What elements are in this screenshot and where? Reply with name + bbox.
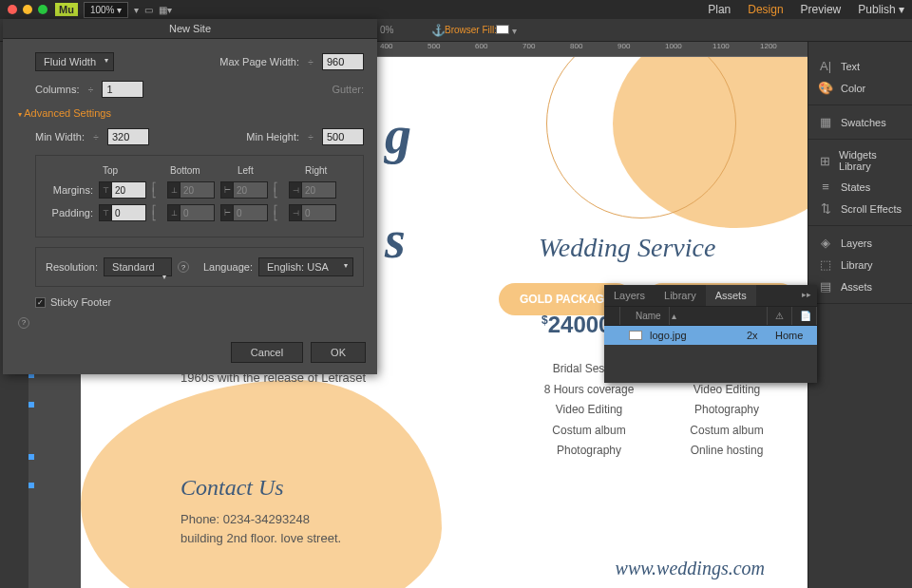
margin-top-input[interactable]: ⊤20 bbox=[99, 181, 146, 199]
margin-left-input[interactable]: ⊢20 bbox=[220, 181, 268, 199]
undo-dropdown-icon[interactable]: ▾ bbox=[134, 5, 139, 15]
tab-preview[interactable]: Preview bbox=[801, 3, 842, 16]
warning-column-icon: ⚠ bbox=[768, 307, 792, 325]
tab-library[interactable]: Library bbox=[655, 285, 706, 306]
margins-label: Margins: bbox=[46, 184, 93, 196]
padding-label: Padding: bbox=[46, 207, 93, 218]
language-label: Language: bbox=[203, 261, 253, 273]
advanced-settings-toggle[interactable]: Advanced Settings bbox=[18, 107, 364, 119]
tab-layers[interactable]: Layers bbox=[604, 285, 655, 306]
price-value: $24000 bbox=[542, 312, 611, 338]
min-height-input[interactable] bbox=[322, 128, 364, 145]
assets-panel[interactable]: Layers Library Assets ▸▸ Name ▴ ⚠ 📄 logo… bbox=[604, 285, 817, 383]
tab-design[interactable]: Design bbox=[748, 3, 783, 16]
layout-mode-select[interactable]: Fluid Width bbox=[35, 52, 114, 71]
minimize-icon[interactable] bbox=[23, 5, 32, 14]
section-heading: Wedding Service bbox=[539, 233, 715, 263]
margin-right-input[interactable]: ⊣20 bbox=[289, 181, 336, 199]
image-thumb-icon bbox=[629, 331, 642, 340]
tab-publish[interactable]: Publish ▾ bbox=[858, 3, 904, 16]
panel-widgets[interactable]: ⊞Widgets Library bbox=[808, 145, 912, 176]
min-height-label: Min Height: bbox=[246, 131, 299, 142]
link-icon[interactable]: ⎡⎣ bbox=[152, 207, 162, 219]
close-icon[interactable] bbox=[8, 5, 17, 14]
asset-page: Home bbox=[768, 326, 817, 345]
help-icon[interactable]: ? bbox=[178, 261, 189, 273]
padding-bottom-input[interactable]: ⊥0 bbox=[167, 204, 215, 221]
mode-tabs: Plan Design Preview Publish ▾ bbox=[708, 3, 904, 16]
guide-marker[interactable] bbox=[28, 483, 34, 488]
margins-box: TopBottomLeftRight Margins: ⊤20 ⎡⎣ ⊥20 ⊢… bbox=[35, 155, 364, 237]
panel-assets[interactable]: ▤Assets bbox=[808, 275, 912, 297]
layout-icon[interactable]: ▭ bbox=[144, 5, 153, 15]
padding-top-input[interactable]: ⊤0 bbox=[99, 204, 146, 221]
sticky-footer-checkbox[interactable]: ✓Sticky Footer bbox=[35, 296, 364, 308]
link-icon[interactable]: ⎡⎣ bbox=[274, 207, 283, 219]
contact-section: Contact Us Phone: 0234-34293248building … bbox=[180, 475, 341, 547]
min-width-label: Min Width: bbox=[35, 131, 85, 142]
tab-plan[interactable]: Plan bbox=[708, 3, 731, 16]
language-select[interactable]: English: USA bbox=[258, 257, 353, 276]
palette-icon: 🎨 bbox=[818, 81, 833, 95]
panel-states[interactable]: ≡States bbox=[808, 176, 912, 198]
states-icon: ≡ bbox=[818, 180, 833, 194]
website-url: www.weddings.com bbox=[616, 558, 765, 579]
app-logo: Mu bbox=[55, 3, 78, 16]
widgets-icon: ⊞ bbox=[818, 154, 831, 168]
assets-column-header[interactable]: Name ▴ ⚠ 📄 bbox=[604, 306, 817, 326]
heading-fragment: s bbox=[385, 209, 406, 270]
contact-details: Phone: 0234-34293248building 2nd floor. … bbox=[180, 510, 341, 547]
dialog-title: New Site bbox=[3, 19, 377, 39]
panel-swatches[interactable]: ▦Swatches bbox=[808, 111, 912, 133]
window-controls bbox=[8, 5, 48, 14]
browser-fill-swatch[interactable]: ▾ bbox=[492, 25, 517, 36]
link-icon[interactable]: ÷ bbox=[85, 85, 96, 95]
guide-marker[interactable] bbox=[28, 402, 34, 408]
gutter-label: Gutter: bbox=[332, 84, 364, 95]
ok-button[interactable]: OK bbox=[311, 342, 366, 363]
tool-dropdown-icon[interactable]: ▦▾ bbox=[159, 5, 172, 15]
scroll-icon: ⇅ bbox=[818, 201, 833, 216]
tab-assets[interactable]: Assets bbox=[706, 285, 756, 306]
resolution-select[interactable]: Standard bbox=[104, 257, 172, 276]
help-icon[interactable]: ? bbox=[18, 317, 29, 329]
anchor-icon[interactable]: ⚓ bbox=[431, 24, 446, 37]
asset-scale: 2x bbox=[739, 326, 768, 345]
right-panel-dock: A|Text 🎨Color ▦Swatches ⊞Widgets Library… bbox=[808, 42, 912, 588]
browser-fill-label: Browser Fill: bbox=[445, 25, 497, 35]
heading-fragment: g bbox=[385, 104, 411, 165]
link-icon[interactable]: ÷ bbox=[90, 132, 102, 142]
expand-icon[interactable]: ▸▸ bbox=[796, 285, 817, 306]
text-icon: A| bbox=[818, 59, 833, 73]
titlebar: Mu 100% ▾ ▾ ▭ ▦▾ Plan Design Preview Pub… bbox=[0, 0, 912, 19]
columns-input[interactable] bbox=[102, 81, 143, 98]
assets-icon: ▤ bbox=[818, 279, 833, 294]
cancel-button[interactable]: Cancel bbox=[231, 342, 303, 363]
layers-icon: ◈ bbox=[818, 236, 833, 250]
zoom-dropdown[interactable]: 100% ▾ bbox=[84, 2, 128, 18]
panel-color[interactable]: 🎨Color bbox=[808, 77, 912, 99]
asset-name: logo.jpg bbox=[642, 326, 739, 345]
min-width-input[interactable] bbox=[107, 128, 149, 145]
asset-row[interactable]: logo.jpg 2x Home bbox=[604, 326, 817, 345]
panel-library[interactable]: ⬚Library bbox=[808, 254, 912, 275]
link-icon[interactable]: ⎡⎣ bbox=[274, 184, 283, 197]
margin-bottom-input[interactable]: ⊥20 bbox=[167, 181, 215, 199]
panel-text[interactable]: A|Text bbox=[808, 55, 912, 77]
panel-scroll[interactable]: ⇅Scroll Effects bbox=[808, 198, 912, 219]
max-width-input[interactable] bbox=[322, 53, 364, 70]
max-width-label: Max Page Width: bbox=[219, 56, 299, 67]
contact-heading: Contact Us bbox=[180, 475, 341, 501]
panel-layers[interactable]: ◈Layers bbox=[808, 232, 912, 254]
library-icon: ⬚ bbox=[818, 257, 833, 272]
padding-right-input[interactable]: ⊣0 bbox=[289, 204, 336, 221]
padding-left-input[interactable]: ⊢0 bbox=[220, 204, 268, 221]
link-icon[interactable]: ⎡⎣ bbox=[152, 184, 162, 197]
guide-marker[interactable] bbox=[28, 454, 34, 460]
maximize-icon[interactable] bbox=[38, 5, 48, 14]
link-icon[interactable]: ÷ bbox=[305, 57, 316, 67]
columns-label: Columns: bbox=[35, 84, 79, 95]
link-icon[interactable]: ÷ bbox=[305, 132, 316, 142]
swatches-icon: ▦ bbox=[818, 115, 833, 129]
new-site-dialog: New Site Fluid Width Max Page Width: ÷ C… bbox=[3, 19, 377, 374]
